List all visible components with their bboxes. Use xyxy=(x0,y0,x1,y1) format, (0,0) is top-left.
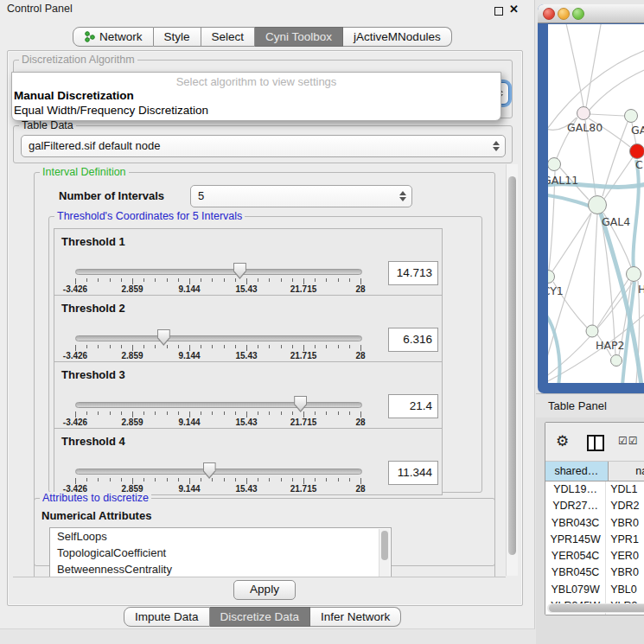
network-node[interactable] xyxy=(611,355,622,367)
float-window-icon[interactable] xyxy=(494,7,503,16)
popup-option-manual-discretization[interactable]: Manual Discretization xyxy=(12,88,501,103)
cell-name[interactable]: YBL0 xyxy=(606,582,644,598)
slider-thumb[interactable] xyxy=(203,462,216,479)
slider-thumb[interactable] xyxy=(294,396,307,412)
threshold-value-field[interactable]: 6.316 xyxy=(388,328,438,352)
slider-tick xyxy=(212,411,213,415)
cell-name[interactable]: YER0 xyxy=(606,548,644,564)
tab-network[interactable]: Network xyxy=(73,27,154,47)
network-node-gal4[interactable] xyxy=(589,196,607,214)
slider-track[interactable] xyxy=(75,269,362,275)
attributes-list-scrollbar[interactable] xyxy=(379,529,390,577)
network-edge[interactable] xyxy=(586,24,602,107)
numerical-attributes-list[interactable]: SelfLoopsTopologicalCoefficientBetweenne… xyxy=(49,527,392,577)
scrollbar-thumb[interactable] xyxy=(549,604,644,612)
threshold-slider[interactable]: -3.4262.8599.14415.4321.71528 xyxy=(75,328,360,360)
tab-jactivemnodules[interactable]: jActiveMNodules xyxy=(343,27,452,47)
tab-style[interactable]: Style xyxy=(154,27,201,47)
network-node-c[interactable] xyxy=(630,144,644,159)
slider-track[interactable] xyxy=(75,335,362,341)
table-data-combobox[interactable]: galFiltered.sif default node xyxy=(21,135,506,157)
attributes-group-title: Attributes to discretize xyxy=(40,492,151,504)
tab-discretize-data[interactable]: Discretize Data xyxy=(210,607,311,627)
zoom-traffic-light-icon[interactable] xyxy=(572,8,584,20)
threshold-slider[interactable]: -3.4262.8599.14415.4321.71528 xyxy=(75,462,360,493)
slider-track[interactable] xyxy=(75,402,362,408)
network-window-titlebar[interactable] xyxy=(538,4,644,23)
network-edge[interactable] xyxy=(552,213,591,271)
close-icon[interactable]: ✕ xyxy=(509,3,519,16)
network-node-ga[interactable] xyxy=(625,110,638,123)
threshold-value-field[interactable]: 14.713 xyxy=(388,261,438,285)
minimize-traffic-light-icon[interactable] xyxy=(558,8,570,20)
table-row[interactable]: YER054CYER0 xyxy=(545,548,644,564)
list-item-selfloops[interactable]: SelfLoops xyxy=(50,528,391,545)
table-row[interactable]: YDL19…YDL1 xyxy=(545,481,644,498)
slider-tick xyxy=(360,345,361,351)
column-header-shared-name[interactable]: shared… xyxy=(545,462,609,481)
number-of-intervals-combobox[interactable]: 5 xyxy=(190,185,412,207)
tab-cyni-toolbox[interactable]: Cyni Toolbox xyxy=(255,27,343,47)
threshold-slider[interactable]: -3.4262.8599.14415.4321.71528 xyxy=(75,262,360,293)
slider-tick xyxy=(338,478,339,481)
cell-name[interactable]: YBR0 xyxy=(606,564,644,581)
threshold-slider[interactable]: -3.4262.8599.14415.4321.71528 xyxy=(75,395,360,426)
scrollbar-thumb[interactable] xyxy=(381,531,388,560)
close-traffic-light-icon[interactable] xyxy=(543,8,555,20)
list-item-betweennesscentrality[interactable]: BetweennessCentrality xyxy=(50,561,391,577)
tab-select[interactable]: Select xyxy=(201,27,256,47)
cell-shared-name[interactable]: YPR145W xyxy=(545,532,606,548)
table-row[interactable]: YDR27…YDR2 xyxy=(545,498,644,514)
tab-impute-data[interactable]: Impute Data xyxy=(124,607,210,627)
cell-shared-name[interactable]: YBL079W xyxy=(545,582,606,598)
slider-thumb[interactable] xyxy=(233,263,246,279)
threshold-value-field[interactable]: 21.4 xyxy=(388,394,438,418)
table-row[interactable]: YIL052CYIL0 xyxy=(545,615,644,615)
select-columns-icon[interactable]: ☑☑ xyxy=(618,435,639,447)
network-edge-highlighted[interactable] xyxy=(633,160,638,267)
threshold-value-field[interactable]: 11.344 xyxy=(388,461,438,485)
cell-shared-name[interactable]: YDR27… xyxy=(545,498,606,514)
tab-infer-network[interactable]: Infer Network xyxy=(310,607,401,627)
cell-name[interactable]: YDR2 xyxy=(606,498,644,514)
cell-shared-name[interactable]: YDL19… xyxy=(545,481,606,498)
slider-tick-label: 9.144 xyxy=(178,284,200,294)
column-header-name[interactable]: na xyxy=(609,462,644,481)
cell-shared-name[interactable]: YIL052C xyxy=(545,615,606,615)
network-node-h[interactable] xyxy=(627,267,641,282)
network-node-gcy1[interactable] xyxy=(548,271,555,284)
gear-icon[interactable]: ⚙ xyxy=(556,432,569,450)
settings-scrollbar[interactable] xyxy=(506,164,518,576)
network-edge[interactable] xyxy=(590,114,624,116)
network-edge[interactable] xyxy=(604,157,633,199)
table-row[interactable]: YPR145WYPR1 xyxy=(545,532,644,548)
slider-tick xyxy=(349,345,350,348)
columns-icon[interactable] xyxy=(587,435,604,451)
popup-option-equal-width-frequency[interactable]: Equal Width/Frequency Discretization xyxy=(12,103,501,118)
network-edge[interactable] xyxy=(565,24,583,106)
network-node-gal11[interactable] xyxy=(548,158,561,171)
network-edge[interactable] xyxy=(590,67,644,110)
list-item-topologicalcoefficient[interactable]: TopologicalCoefficient xyxy=(50,545,391,561)
cell-name[interactable]: YPR1 xyxy=(606,532,644,548)
network-canvas[interactable]: GAL80GACGAL11GAL4GCY1HHAP2 xyxy=(548,24,644,383)
table-row[interactable]: YBR045CYBR0 xyxy=(545,564,644,581)
slider-thumb[interactable] xyxy=(157,329,170,346)
cell-name[interactable]: YIL0 xyxy=(606,615,644,615)
network-node-gal80[interactable] xyxy=(577,107,590,120)
table-horizontal-scrollbar[interactable] xyxy=(547,603,644,613)
cell-shared-name[interactable]: YBR045C xyxy=(545,564,606,581)
apply-button[interactable]: Apply xyxy=(233,580,296,600)
cell-name[interactable]: YDL1 xyxy=(606,481,644,498)
network-node-hap2[interactable] xyxy=(586,325,598,337)
cell-shared-name[interactable]: YBR043C xyxy=(545,515,606,532)
scrollbar-thumb[interactable] xyxy=(508,176,516,555)
panel-title: Control Panel xyxy=(7,3,73,15)
table-row[interactable]: YBR043CYBR0 xyxy=(545,515,644,532)
cell-shared-name[interactable]: YER054C xyxy=(545,548,606,564)
cell-name[interactable]: YBR0 xyxy=(606,515,644,532)
network-edge[interactable] xyxy=(593,214,597,325)
slider-track[interactable] xyxy=(75,469,362,475)
network-graph[interactable]: GAL80GACGAL11GAL4GCY1HHAP2 xyxy=(548,24,644,383)
table-row[interactable]: YBL079WYBL0 xyxy=(545,582,644,598)
